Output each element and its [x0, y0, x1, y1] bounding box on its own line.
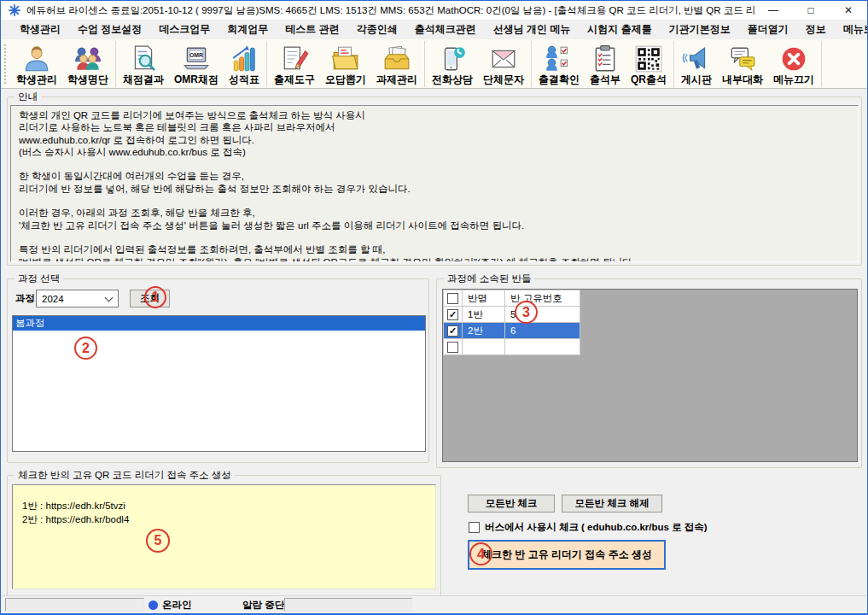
uncheck-all-button[interactable]: 모든반 체크 해제	[562, 495, 662, 512]
toolbar-grading-result-button[interactable]: 채점결과	[118, 41, 169, 87]
chevron-down-icon	[105, 293, 114, 302]
toolbar-group-grading: 채점결과 OMR OMR채점	[116, 41, 267, 87]
check-all-button[interactable]: 모든반 체크	[468, 495, 555, 512]
menu-exam-tool[interactable]: 시험지 출제툴	[579, 22, 660, 37]
maximize-button[interactable]: □	[792, 1, 830, 20]
toolbar-homework-button[interactable]: 과제관리	[371, 41, 422, 87]
omr-scanner-icon: OMR	[182, 44, 211, 73]
toolbar-label: 출석부	[590, 73, 620, 85]
class-name-cell: 1반	[463, 307, 505, 323]
chat-bubbles-icon	[728, 44, 757, 73]
alarm-label: 알람 중단	[242, 599, 284, 612]
course-select-label: 과정 선택	[15, 272, 63, 285]
toolbar-attendance-book-button[interactable]: 출석부	[585, 41, 626, 87]
toolbar-attendance-check-button[interactable]: 출결확인	[533, 41, 585, 87]
toolbar-wrong-answer-button[interactable]: 오답뽑기	[320, 41, 371, 87]
toolbar-omr-grading-button[interactable]: OMR OMR채점	[169, 41, 224, 87]
toolbar-student-manage-button[interactable]: 학생관리	[11, 41, 62, 87]
toolbar-question-tool-button[interactable]: 출제도구	[269, 41, 320, 87]
class-name-cell	[463, 339, 505, 355]
row-checkbox[interactable]: ✓	[447, 325, 458, 337]
menu-student-manage[interactable]: 학생관리	[11, 22, 69, 37]
generate-url-button[interactable]: 체크한 반 고유 리더기 접속 주소 생성	[468, 540, 666, 570]
menu-test[interactable]: 테스트 관련	[277, 22, 347, 37]
annotation-2: 2	[74, 337, 97, 360]
bus-checkbox[interactable]	[469, 522, 480, 533]
document-search-icon	[129, 44, 158, 73]
course-field-label: 과정	[15, 292, 35, 305]
table-row-selected[interactable]: ✓ 2반 6	[444, 323, 580, 339]
annotation-3: 3	[515, 301, 538, 324]
toolbar-gripper	[4, 44, 8, 84]
menu-attendance[interactable]: 출석체크관련	[406, 22, 485, 37]
annotation-1: 1	[144, 286, 166, 308]
person-icon	[22, 44, 51, 73]
toolbar-label: 게시판	[681, 73, 712, 85]
status-field-left	[5, 598, 144, 612]
toolbar-label: 단체문자	[483, 73, 524, 85]
menu-org-info[interactable]: 기관기본정보	[661, 22, 739, 37]
toolbar-label: 출결확인	[539, 73, 580, 85]
toolbar-label: 성적표	[229, 73, 259, 85]
generated-url-textarea[interactable]: 1반 : https://edh.kr/5tvzi 2반 : https://e…	[12, 484, 436, 589]
toolbar-label: 학생명단	[67, 73, 108, 85]
course-list-item-selected[interactable]: 봄과정	[13, 316, 425, 331]
toolbar-menu-off-button[interactable]: 메뉴끄기	[768, 41, 819, 87]
menu-open-folder[interactable]: 폴더열기	[739, 22, 797, 37]
row-checkbox[interactable]: ✓	[447, 309, 458, 320]
menu-teacher-personal[interactable]: 선생님 개인 메뉴	[485, 22, 580, 37]
megaphone-icon	[682, 44, 711, 73]
toolbar-student-list-button[interactable]: 학생명단	[62, 41, 114, 87]
toolbar-label: QR출석	[631, 73, 667, 85]
alarm-field	[284, 598, 412, 612]
toolbar-label: 오답뽑기	[325, 73, 366, 85]
toolbar-group-comm: 게시판 내부대화 메뉴끄기	[674, 41, 822, 87]
class-id-cell: 6	[505, 323, 580, 339]
toolbar-label: 내부대화	[722, 73, 763, 85]
toolbar-group-contact: 전화상담 단체문자	[425, 41, 532, 87]
course-year-select[interactable]: 2024	[36, 290, 119, 308]
menu-info[interactable]: 정보	[797, 22, 835, 37]
toolbar-label: 전화상담	[432, 73, 473, 85]
tray-papers-icon	[382, 44, 411, 73]
url-group: 체크한 반의 고유 QR 코드 리더기 접속 주소 생성 1반 : https:…	[7, 475, 441, 596]
menu-accounting[interactable]: 회계업무	[218, 22, 277, 37]
close-circle-icon	[779, 44, 808, 73]
table-row-empty[interactable]	[444, 339, 580, 355]
people-check-icon	[545, 44, 574, 73]
guide-group: 안내 학생의 개인 QR 코드를 리더기에 보여주는 방식으로 출석체크 하는 …	[7, 97, 862, 266]
title-bar: 에듀허브 라이센스 종료일:2051-10-12 ( 9997일 남음)SMS:…	[1, 1, 867, 20]
select-all-checkbox[interactable]	[447, 293, 458, 304]
toolbar-report-card-button[interactable]: 성적표	[224, 41, 265, 87]
phone-chat-icon	[438, 44, 467, 73]
toolbar-board-button[interactable]: 게시판	[676, 41, 717, 87]
app-window: 에듀허브 라이센스 종료일:2051-10-12 ( 9997일 남음)SMS:…	[0, 0, 868, 615]
bus-checkbox-row: 버스에서 사용시 체크 ( eduhub.co.kr/bus 로 접속)	[469, 521, 708, 534]
row-checkbox[interactable]	[447, 342, 458, 353]
minimize-button[interactable]: —	[754, 1, 792, 20]
toolbar-label: 학생관리	[16, 73, 57, 85]
toolbar-label: OMR채점	[174, 73, 218, 85]
status-bar: 온라인 알람 중단	[1, 595, 867, 613]
classes-group: 과정에 소속된 반들 반명 반 고유번호 ✓ 1반 5 ✓ 2반	[436, 278, 862, 468]
classes-group-label: 과정에 소속된 반들	[444, 272, 534, 285]
content-area: 안내 학생의 개인 QR 코드를 리더기에 보여주는 방식으로 출석체크 하는 …	[1, 89, 867, 595]
menu-desk-work[interactable]: 데스크업무	[150, 22, 218, 37]
qr-code-icon	[634, 44, 663, 73]
toolbar-internal-chat-button[interactable]: 내부대화	[717, 41, 768, 87]
toolbar-group-sms-button[interactable]: 단체문자	[478, 41, 529, 87]
toolbar-phone-consult-button[interactable]: 전화상담	[427, 41, 478, 87]
column-header-id: 반 고유번호	[505, 290, 580, 307]
annotation-4: 4	[469, 542, 492, 565]
course-listbox[interactable]: 봄과정	[12, 315, 426, 452]
table-row[interactable]: ✓ 1반 5	[444, 307, 580, 323]
svg-text:OMR: OMR	[189, 52, 203, 58]
clipboard-icon	[591, 44, 620, 73]
menu-view[interactable]: 메뉴보기	[835, 22, 868, 37]
close-button[interactable]: ✕	[830, 1, 867, 20]
column-header-name: 반명	[463, 290, 505, 307]
menu-print[interactable]: 각종인쇄	[348, 22, 406, 37]
app-logo-icon	[9, 4, 20, 16]
toolbar-qr-attendance-button[interactable]: QR출석	[626, 41, 672, 87]
menu-class-info[interactable]: 수업 정보설정	[69, 22, 150, 37]
